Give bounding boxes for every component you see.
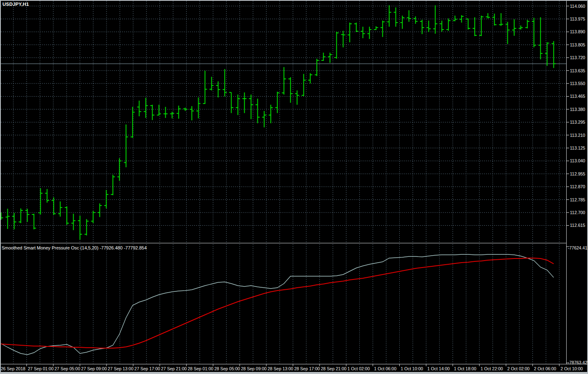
svg-text:113.465: 113.465 bbox=[570, 94, 585, 99]
svg-text:27 Sep 21:00: 27 Sep 21:00 bbox=[161, 366, 187, 371]
current-price-badge: 113.680 bbox=[567, 61, 588, 67]
svg-text:28 Sep 01:00: 28 Sep 01:00 bbox=[188, 366, 213, 371]
svg-text:27 Sep 17:00: 27 Sep 17:00 bbox=[134, 366, 160, 371]
svg-text:2 Oct 02:00: 2 Oct 02:00 bbox=[507, 366, 530, 371]
svg-text:2 Oct 06:00: 2 Oct 06:00 bbox=[534, 366, 556, 371]
chart-background bbox=[0, 0, 588, 374]
svg-text:27 Sep 05:00: 27 Sep 05:00 bbox=[55, 366, 81, 371]
svg-text:113.805: 113.805 bbox=[570, 42, 585, 47]
svg-text:113.295: 113.295 bbox=[570, 120, 585, 125]
svg-text:113.890: 113.890 bbox=[570, 29, 585, 34]
svg-text:114.060: 114.060 bbox=[570, 4, 585, 9]
svg-text:28 Sep 09:00: 28 Sep 09:00 bbox=[241, 366, 267, 371]
svg-text:113.040: 113.040 bbox=[570, 158, 585, 163]
svg-text:27 Sep 01:00: 27 Sep 01:00 bbox=[28, 366, 54, 371]
svg-text:27 Sep 13:00: 27 Sep 13:00 bbox=[108, 366, 134, 371]
svg-text:28 Sep 05:00: 28 Sep 05:00 bbox=[214, 366, 240, 371]
svg-text:112.955: 112.955 bbox=[570, 171, 585, 176]
svg-text:1 Oct 14:00: 1 Oct 14:00 bbox=[427, 366, 449, 371]
svg-text:113.720: 113.720 bbox=[570, 55, 585, 60]
svg-text:26 Sep 2018: 26 Sep 2018 bbox=[1, 366, 25, 371]
svg-text:-77624.417: -77624.417 bbox=[568, 245, 588, 250]
svg-text:113.125: 113.125 bbox=[570, 145, 585, 150]
svg-text:113.380: 113.380 bbox=[570, 107, 585, 112]
chart-window: 114.060113.975113.890113.805113.720113.6… bbox=[0, 0, 588, 374]
svg-text:1 Oct 06:00: 1 Oct 06:00 bbox=[374, 366, 396, 371]
svg-text:113.210: 113.210 bbox=[570, 133, 585, 138]
svg-text:28 Sep 21:00: 28 Sep 21:00 bbox=[321, 366, 347, 371]
svg-text:113.550: 113.550 bbox=[570, 81, 585, 86]
svg-text:28 Sep 17:00: 28 Sep 17:00 bbox=[294, 366, 320, 371]
svg-text:-78763.429: -78763.429 bbox=[568, 360, 588, 365]
svg-text:1 Oct 18:00: 1 Oct 18:00 bbox=[454, 366, 476, 371]
svg-text:1 Oct 02:00: 1 Oct 02:00 bbox=[347, 366, 370, 371]
svg-text:112.700: 112.700 bbox=[570, 210, 585, 215]
svg-text:27 Sep 09:00: 27 Sep 09:00 bbox=[81, 366, 107, 371]
svg-text:1 Oct 10:00: 1 Oct 10:00 bbox=[401, 366, 423, 371]
svg-text:113.975: 113.975 bbox=[570, 16, 585, 21]
svg-text:2 Oct 10:00: 2 Oct 10:00 bbox=[560, 366, 583, 371]
svg-text:112.785: 112.785 bbox=[570, 197, 585, 202]
svg-text:112.870: 112.870 bbox=[570, 184, 585, 189]
svg-text:113.635: 113.635 bbox=[570, 68, 585, 73]
svg-text:28 Sep 13:00: 28 Sep 13:00 bbox=[268, 366, 294, 371]
chart-canvas[interactable]: 114.060113.975113.890113.805113.720113.6… bbox=[0, 0, 588, 374]
svg-text:1 Oct 22:00: 1 Oct 22:00 bbox=[481, 366, 503, 371]
svg-text:112.615: 112.615 bbox=[570, 223, 585, 228]
